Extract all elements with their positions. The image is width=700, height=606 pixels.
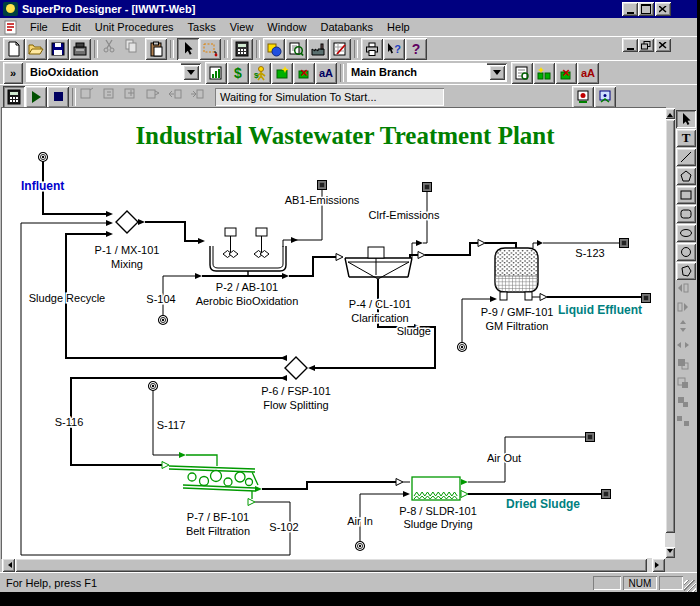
unit-gm-filter[interactable]: P-9 / GMF-101 GM Filtration xyxy=(481,248,554,332)
menu-window[interactable]: Window xyxy=(260,19,313,35)
menu-unit-procedures[interactable]: Unit Procedures xyxy=(88,19,181,35)
tool-rounded-rectangle[interactable] xyxy=(676,205,696,223)
stream-label: S-102 xyxy=(269,521,298,533)
scroll-down-button[interactable] xyxy=(665,547,675,558)
menu-file[interactable]: File xyxy=(23,19,55,35)
branch-report-button[interactable] xyxy=(511,62,533,84)
stream-air-in[interactable]: Air In xyxy=(347,491,410,551)
combo-dropdown-button[interactable] xyxy=(489,65,505,80)
section-report-button[interactable] xyxy=(205,62,227,84)
shapes-icon xyxy=(266,41,282,57)
cut-button[interactable] xyxy=(101,38,123,60)
flowsheet-canvas[interactable]: Industrial Wastewater Treatment Plant In… xyxy=(2,108,665,558)
close-button[interactable] xyxy=(655,2,671,16)
minimize-button[interactable] xyxy=(622,2,638,16)
new-document-button[interactable] xyxy=(3,38,25,60)
stream-s102[interactable]: S-102 xyxy=(21,220,299,555)
app-icon[interactable] xyxy=(3,2,18,16)
section-font-button[interactable]: aA xyxy=(315,62,337,84)
tool-polygon[interactable] xyxy=(676,167,696,185)
connect-mode-button[interactable] xyxy=(199,38,221,60)
stream-dried-sludge[interactable]: Dried Sludge xyxy=(461,490,611,512)
chevron-up-icon xyxy=(667,110,673,117)
stream-ab-out[interactable] xyxy=(202,254,343,280)
shapes-button[interactable] xyxy=(263,38,285,60)
menu-edit[interactable]: Edit xyxy=(55,19,88,35)
report-zoom-button[interactable] xyxy=(285,38,307,60)
tool-select[interactable] xyxy=(676,110,696,128)
unit-label: Sludge Drying xyxy=(403,518,472,530)
design-spec-button[interactable] xyxy=(329,38,351,60)
sim-extra-button-1[interactable] xyxy=(572,86,594,108)
close-icon xyxy=(659,6,667,13)
save-button[interactable] xyxy=(47,38,69,60)
play-simulation-button[interactable] xyxy=(25,86,47,108)
stop-simulation-button[interactable] xyxy=(47,86,69,108)
stream-s117[interactable]: S-117 xyxy=(149,382,187,459)
help-button[interactable]: ? xyxy=(405,38,427,60)
menu-tasks[interactable]: Tasks xyxy=(181,19,223,35)
stream-cake[interactable] xyxy=(255,479,410,493)
print-button[interactable] xyxy=(361,38,383,60)
branch-combo[interactable]: Main Branch xyxy=(347,63,507,82)
section-combo[interactable]: BioOxidation xyxy=(26,63,201,82)
resize-grip[interactable] xyxy=(684,580,696,592)
sim-extra-button-2[interactable] xyxy=(594,86,616,108)
tool-freeform-polygon[interactable] xyxy=(676,262,696,280)
factory-button[interactable] xyxy=(307,38,329,60)
section-economics-button[interactable]: $ xyxy=(227,62,249,84)
add-branch-button[interactable] xyxy=(533,62,555,84)
add-branch-icon xyxy=(536,65,552,81)
stream-mixer-out[interactable] xyxy=(138,219,205,244)
add-section-icon xyxy=(274,65,290,81)
tool-circle[interactable] xyxy=(676,243,696,261)
context-help-button[interactable]: ? xyxy=(383,38,405,60)
branch-font-button[interactable]: aA xyxy=(577,62,599,84)
unit-sludge-dryer[interactable]: P-8 / SLDR-101 Sludge Drying xyxy=(399,477,477,530)
select-mode-button[interactable] xyxy=(177,38,199,60)
archive-button[interactable] xyxy=(69,38,91,60)
paste-button[interactable] xyxy=(145,38,167,60)
maximize-button[interactable] xyxy=(638,2,654,16)
tool-rectangle[interactable] xyxy=(676,186,696,204)
tool-line[interactable] xyxy=(676,148,696,166)
delete-section-button[interactable]: × xyxy=(293,62,315,84)
canvas-vertical-scrollbar[interactable] xyxy=(665,108,675,558)
delete-branch-button[interactable]: × xyxy=(555,62,577,84)
unit-flow-splitter[interactable]: P-6 / FSP-101 Flow Splitting xyxy=(261,357,331,411)
tool-ellipse[interactable] xyxy=(676,224,696,242)
distribute-horizontal-icon xyxy=(676,338,690,352)
copy-button[interactable] xyxy=(123,38,145,60)
menu-help[interactable]: Help xyxy=(380,19,417,35)
add-section-button[interactable] xyxy=(271,62,293,84)
freeform-polygon-icon xyxy=(679,264,693,278)
scrollbar-thumb[interactable] xyxy=(665,119,675,533)
unit-mixer[interactable]: P-1 / MX-101 Mixing xyxy=(95,211,160,270)
open-button[interactable] xyxy=(25,38,47,60)
stream-ab1-emissions[interactable]: AB1-Emissions xyxy=(283,181,360,248)
stream-s104[interactable]: S-104 xyxy=(146,273,202,325)
labor-cost-button[interactable]: $ xyxy=(249,62,271,84)
expand-sections-button[interactable]: » xyxy=(3,62,23,84)
canvas-horizontal-scrollbar[interactable] xyxy=(2,558,665,572)
unit-belt-filter[interactable]: P-7 / BF-101 Belt Filtration xyxy=(169,455,258,537)
scroll-up-button[interactable] xyxy=(665,108,675,119)
scroll-left-button[interactable] xyxy=(2,558,15,572)
scroll-right-button[interactable] xyxy=(652,558,665,572)
flip-horizontal-icon xyxy=(676,281,690,295)
sim-disabled-button-6 xyxy=(189,86,211,108)
tool-text[interactable]: T xyxy=(676,129,696,147)
combo-dropdown-button[interactable] xyxy=(183,65,199,80)
stream-sludge[interactable]: Sludge xyxy=(308,279,435,371)
tool-flip-horizontal xyxy=(676,281,696,299)
solve-flowsheet-button[interactable] xyxy=(3,86,25,108)
menu-databanks[interactable]: Databanks xyxy=(313,19,380,35)
scrollbar-thumb[interactable] xyxy=(15,558,647,572)
solve-button[interactable] xyxy=(231,38,253,60)
document-icon[interactable] xyxy=(3,20,20,35)
stream-air-out[interactable]: Air Out xyxy=(461,433,595,486)
ungroup-icon xyxy=(676,414,690,428)
menu-view[interactable]: View xyxy=(223,19,261,35)
stream-influent[interactable]: Influent xyxy=(21,153,113,218)
stream-s123[interactable]: S-123 xyxy=(533,239,629,260)
